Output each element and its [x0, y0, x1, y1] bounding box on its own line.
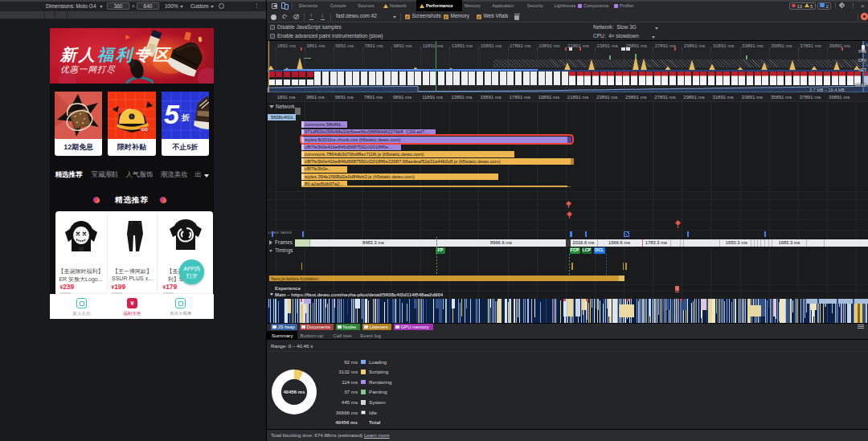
svg-text:GO: GO	[141, 127, 148, 132]
